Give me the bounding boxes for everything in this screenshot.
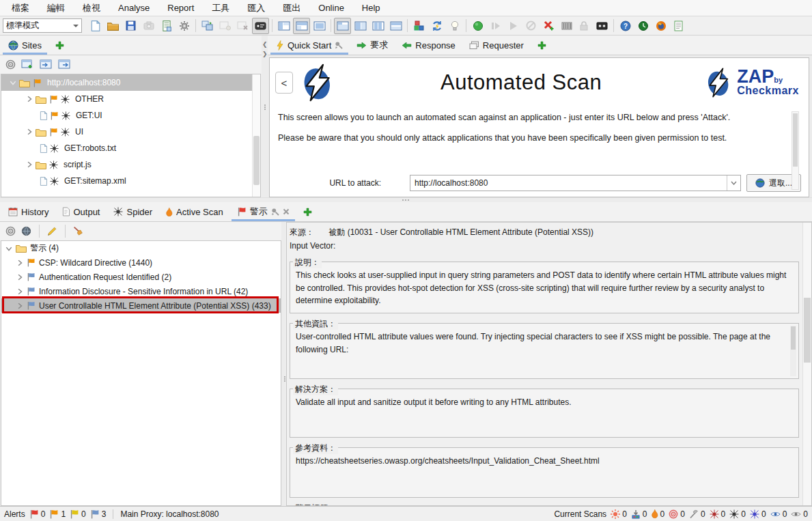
sites-tree-scrollbar[interactable] [252, 74, 260, 197]
hint-lightbulb-button[interactable] [446, 18, 463, 34]
chevron-right-icon[interactable] [16, 274, 23, 281]
tabs-split-vertical-button[interactable] [352, 18, 369, 34]
menu-item-online[interactable]: Online [309, 1, 353, 15]
import-context-icon[interactable] [40, 59, 53, 70]
tree-row-scriptjs[interactable]: script.js [1, 156, 252, 173]
other-info-scrollbar[interactable] [790, 326, 796, 376]
alert-count-low[interactable]: 0 [70, 509, 86, 519]
alerts-root-row[interactable]: 警示 (4) [1, 241, 281, 255]
scrollbar-thumb[interactable] [791, 326, 796, 350]
alert-row-user-controllable[interactable]: User Controllable HTML Element Attribute… [1, 298, 281, 313]
release-notes-button[interactable] [670, 18, 687, 34]
scan-count-sun[interactable]: 0 [611, 509, 627, 519]
target-scope-icon[interactable] [5, 226, 16, 236]
globe-dark-icon[interactable] [21, 226, 31, 236]
menu-item-analyse[interactable]: Analyse [109, 1, 158, 15]
collapse-right-icon[interactable]: ❯ [262, 51, 268, 57]
alert-row-csp[interactable]: CSP: Wildcard Directive (1440) [1, 255, 281, 270]
scan-count-target[interactable]: 0 [669, 509, 685, 519]
tab-output[interactable]: Output [55, 202, 107, 221]
tree-row-ui[interactable]: UI [1, 124, 252, 140]
tab-sites[interactable]: Sites [1, 36, 48, 55]
session-properties-button[interactable] [158, 18, 175, 34]
alert-count-info[interactable]: 3 [90, 509, 107, 519]
plugins-blocks-button[interactable] [410, 18, 428, 34]
hide-tab-button[interactable] [234, 18, 251, 34]
check-updates-button[interactable] [428, 18, 445, 34]
tabs-split-columns-button[interactable] [369, 18, 387, 34]
ot-console-button[interactable] [252, 18, 269, 34]
launch-locked-button[interactable] [576, 18, 593, 34]
scan-count-eye-gray[interactable]: 0 [791, 509, 808, 519]
tab-active-scan[interactable]: Active Scan [159, 202, 230, 221]
cassette-button[interactable] [593, 18, 611, 34]
chevron-down-icon[interactable] [10, 79, 16, 86]
url-to-attack-combobox[interactable]: http://localhost:8080 [410, 175, 741, 191]
save-session-button[interactable] [122, 18, 139, 34]
chevron-right-icon[interactable] [16, 288, 23, 295]
new-context-icon[interactable] [21, 59, 34, 70]
pin-icon[interactable] [335, 41, 343, 49]
scan-count-fuzzer[interactable]: 0 [710, 509, 726, 519]
tab-spider[interactable]: Spider [107, 202, 159, 221]
menu-item-file[interactable]: 檔案 [3, 0, 38, 16]
chevron-right-icon[interactable] [26, 161, 33, 168]
close-icon[interactable] [283, 208, 290, 215]
stop-button[interactable] [522, 18, 540, 34]
firefox-button[interactable] [652, 18, 669, 34]
menu-item-view[interactable]: 檢視 [74, 0, 109, 16]
layout-left-button[interactable] [275, 18, 292, 34]
tree-row-other[interactable]: OTHER [1, 91, 252, 107]
target-scope-icon[interactable] [5, 59, 16, 70]
tree-row-get-ui[interactable]: GET:UI [1, 107, 252, 124]
chevron-right-icon[interactable] [26, 128, 33, 135]
tab-quick-start[interactable]: Quick Start [269, 36, 350, 55]
scan-count-eye-blue[interactable]: 0 [770, 509, 787, 519]
chevron-down-icon[interactable] [5, 245, 12, 252]
splitter-grip[interactable] [264, 104, 266, 111]
detail-scrollbar[interactable] [802, 223, 811, 505]
menu-item-import[interactable]: 匯入 [238, 0, 274, 16]
add-sites-tab-button[interactable] [48, 36, 71, 55]
scan-count-import[interactable]: 0 [631, 509, 647, 519]
collapse-left-icon[interactable]: ❮ [262, 41, 268, 48]
swap-panels-button[interactable] [199, 18, 216, 34]
alert-count-high[interactable]: 0 [29, 509, 46, 519]
alert-count-medium[interactable]: 1 [49, 509, 66, 519]
tabs-split-rows-button[interactable] [387, 18, 404, 34]
help-button[interactable]: ? [617, 18, 634, 34]
pin-icon[interactable] [271, 208, 279, 216]
edit-pencil-icon[interactable] [47, 226, 57, 236]
tree-row-robots[interactable]: GET:robots.txt [1, 140, 252, 156]
mode-select[interactable]: 標準模式 [3, 18, 82, 33]
menu-item-report[interactable]: Report [158, 1, 203, 15]
options-gear-button[interactable] [176, 18, 193, 34]
vertical-splitter[interactable]: ❮ ❯ [262, 36, 268, 197]
tab-request[interactable]: 要求 [350, 36, 395, 55]
alert-row-auth[interactable]: Authentication Request Identified (2) [1, 270, 281, 284]
scan-policy-button[interactable] [540, 18, 557, 34]
alert-row-info-disclosure[interactable]: Information Disclosure - Sensitive Infor… [1, 284, 281, 298]
scan-count-forced-browse[interactable]: 0 [689, 509, 705, 519]
quickstart-scrollbar[interactable] [792, 111, 799, 190]
chevron-right-icon[interactable] [26, 96, 33, 102]
add-workspace-tab-button[interactable] [531, 36, 553, 55]
back-button[interactable]: < [275, 72, 293, 94]
splitter-grip[interactable] [402, 199, 410, 201]
chevron-right-icon[interactable] [16, 259, 23, 266]
splitter-grip[interactable] [283, 376, 285, 382]
chevron-down-icon[interactable] [727, 175, 740, 191]
tab-response[interactable]: Response [395, 36, 462, 55]
tab-history[interactable]: History [1, 202, 55, 221]
show-tab-icons-button[interactable] [216, 18, 234, 34]
scrollbar-thumb[interactable] [793, 113, 798, 167]
bottom-vertical-splitter[interactable] [281, 222, 286, 506]
export-context-icon[interactable] [58, 59, 71, 70]
keyboard-button[interactable] [558, 18, 575, 34]
step-button[interactable] [487, 18, 504, 34]
menu-item-export[interactable]: 匯出 [274, 0, 309, 16]
chevron-right-icon[interactable] [16, 302, 23, 309]
timer-button[interactable] [634, 18, 652, 34]
scrollbar-thumb[interactable] [804, 298, 811, 363]
broom-icon[interactable] [73, 226, 83, 236]
